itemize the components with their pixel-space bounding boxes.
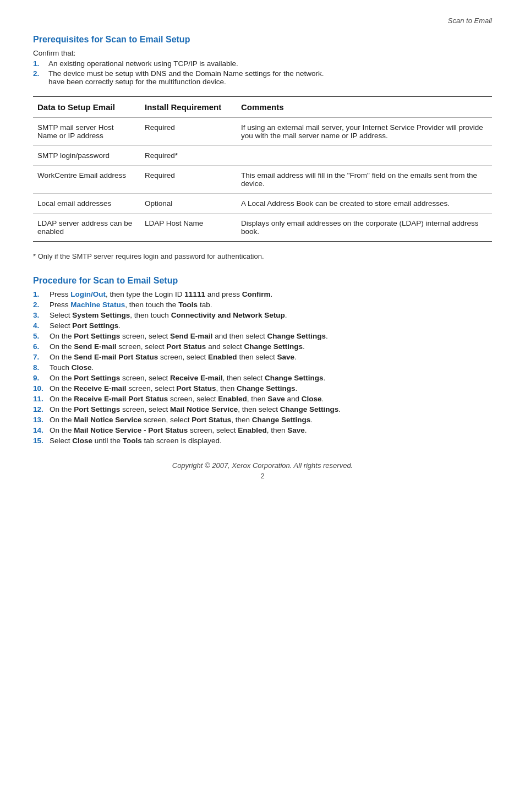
- item-number: 8.: [33, 363, 50, 372]
- cell-comments: Displays only email addresses on the cor…: [237, 214, 492, 242]
- list-item: 8. Touch Close.: [33, 363, 492, 372]
- col-header-data: Data to Setup Email: [33, 96, 140, 118]
- cell-data: WorkCentre Email address: [33, 166, 140, 194]
- item-number: 7.: [33, 353, 50, 361]
- item-text: On the Send E-mail screen, select Port S…: [50, 342, 305, 351]
- item-number: 2.: [33, 301, 50, 309]
- item-text: Touch Close.: [50, 363, 94, 372]
- cell-requirement: LDAP Host Name: [140, 214, 237, 242]
- item-text: Press Login/Out, then type the Login ID …: [50, 290, 272, 298]
- cell-comments: A Local Address Book can be created to s…: [237, 194, 492, 214]
- prerequisites-list: 1. An existing operational network using…: [33, 59, 492, 86]
- item-number: 9.: [33, 374, 50, 382]
- cell-data: Local email addresses: [33, 194, 140, 214]
- procedure-list: 1. Press Login/Out, then type the Login …: [33, 290, 492, 445]
- item-number: 6.: [33, 342, 50, 351]
- item-text: On the Mail Notice Service screen, selec…: [50, 416, 313, 424]
- procedure-title: Procedure for Scan to Email Setup: [33, 276, 492, 286]
- list-item: 10. On the Receive E-mail screen, select…: [33, 384, 492, 393]
- list-item: 1. Press Login/Out, then type the Login …: [33, 290, 492, 298]
- table-row: SMTP login/password Required*: [33, 146, 492, 166]
- item-text: On the Port Settings screen, select Mail…: [50, 405, 341, 413]
- header-title: Scan to Email: [448, 17, 492, 25]
- cell-data: LDAP server address can be enabled: [33, 214, 140, 242]
- copyright-text: Copyright © 2007, Xerox Corporation. All…: [33, 461, 492, 470]
- table-row: SMTP mail server Host Name or IP address…: [33, 118, 492, 146]
- table-row: WorkCentre Email address Required This e…: [33, 166, 492, 194]
- list-item: 15. Select Close until the Tools tab scr…: [33, 437, 492, 445]
- prerequisites-section: Prerequisites for Scan to Email Setup Co…: [33, 35, 492, 86]
- item-number: 13.: [33, 416, 50, 424]
- list-item: 1. An existing operational network using…: [33, 59, 492, 68]
- procedure-section: Procedure for Scan to Email Setup 1. Pre…: [33, 276, 492, 445]
- cell-data: SMTP mail server Host Name or IP address: [33, 118, 140, 146]
- item-number: 12.: [33, 405, 50, 413]
- item-number: 1.: [33, 290, 50, 298]
- item-text: On the Mail Notice Service - Port Status…: [50, 426, 307, 434]
- confirm-text: Confirm that:: [33, 49, 492, 57]
- item-number: 10.: [33, 384, 50, 393]
- list-item: 14. On the Mail Notice Service - Port St…: [33, 426, 492, 434]
- prerequisites-title: Prerequisites for Scan to Email Setup: [33, 35, 492, 45]
- list-item: 9. On the Port Settings screen, select R…: [33, 374, 492, 382]
- item-text: The device must be setup with DNS and th…: [48, 69, 324, 86]
- item-number: 15.: [33, 437, 50, 445]
- list-item: 11. On the Receive E-mail Port Status sc…: [33, 395, 492, 403]
- list-item: 4. Select Port Settings.: [33, 321, 492, 330]
- col-header-comments: Comments: [237, 96, 492, 118]
- item-number: 5.: [33, 332, 50, 340]
- list-item: 7. On the Send E-mail Port Status screen…: [33, 353, 492, 361]
- item-text: On the Send E-mail Port Status screen, s…: [50, 353, 297, 361]
- page-header: Scan to Email: [33, 17, 492, 25]
- item-number: 2.: [33, 69, 48, 78]
- list-item: 12. On the Port Settings screen, select …: [33, 405, 492, 413]
- item-number: 4.: [33, 321, 50, 330]
- item-text: On the Receive E-mail Port Status screen…: [50, 395, 324, 403]
- cell-comments: [237, 146, 492, 166]
- item-text: On the Receive E-mail screen, select Por…: [50, 384, 297, 393]
- list-item: 2. Press Machine Status, then touch the …: [33, 301, 492, 309]
- list-item: 13. On the Mail Notice Service screen, s…: [33, 416, 492, 424]
- cell-comments: If using an external mail server, your I…: [237, 118, 492, 146]
- col-header-install: Install Requirement: [140, 96, 237, 118]
- list-item: 2. The device must be setup with DNS and…: [33, 69, 492, 86]
- item-text: An existing operational network using TC…: [48, 59, 238, 68]
- item-text: On the Port Settings screen, select Send…: [50, 332, 328, 340]
- page-number: 2: [33, 472, 492, 480]
- item-text: Select Close until the Tools tab screen …: [50, 437, 222, 445]
- item-text: Select System Settings, then touch Conne…: [50, 311, 287, 319]
- table-header: Data to Setup Email Install Requirement …: [33, 96, 492, 118]
- item-number: 1.: [33, 59, 48, 68]
- cell-comments: This email address will fill in the "Fro…: [237, 166, 492, 194]
- item-text: On the Port Settings screen, select Rece…: [50, 374, 325, 382]
- cell-requirement: Required: [140, 118, 237, 146]
- table-footnote: * Only if the SMTP server requires login…: [33, 252, 492, 260]
- cell-requirement: Required: [140, 166, 237, 194]
- list-item: 6. On the Send E-mail screen, select Por…: [33, 342, 492, 351]
- item-number: 3.: [33, 311, 50, 319]
- cell-requirement: Required*: [140, 146, 237, 166]
- cell-data: SMTP login/password: [33, 146, 140, 166]
- item-text: Select Port Settings.: [50, 321, 121, 330]
- item-text: Press Machine Status, then touch the Too…: [50, 301, 212, 309]
- list-item: 3. Select System Settings, then touch Co…: [33, 311, 492, 319]
- item-number: 14.: [33, 426, 50, 434]
- table-row: LDAP server address can be enabled LDAP …: [33, 214, 492, 242]
- cell-requirement: Optional: [140, 194, 237, 214]
- list-item: 5. On the Port Settings screen, select S…: [33, 332, 492, 340]
- setup-table: Data to Setup Email Install Requirement …: [33, 96, 492, 242]
- item-number: 11.: [33, 395, 50, 403]
- table-body: SMTP mail server Host Name or IP address…: [33, 118, 492, 242]
- table-row: Local email addresses Optional A Local A…: [33, 194, 492, 214]
